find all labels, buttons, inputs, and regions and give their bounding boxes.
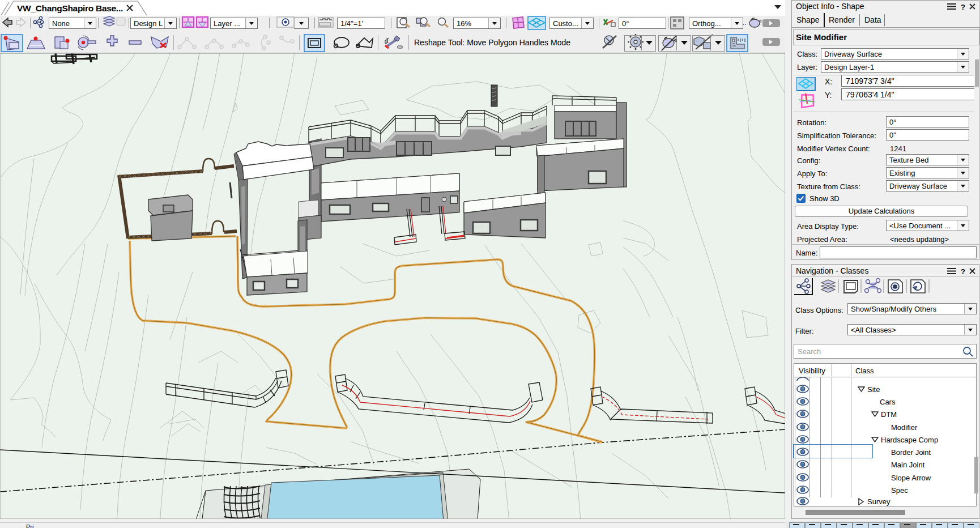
svg-text:?: ?	[961, 267, 965, 275]
svg-text:?: ?	[961, 3, 965, 11]
